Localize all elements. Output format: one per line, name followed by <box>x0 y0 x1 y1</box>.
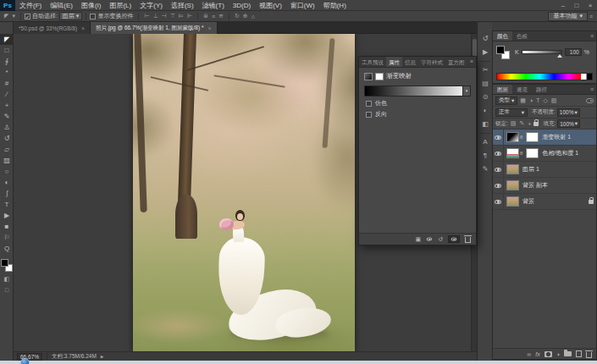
crop-tool[interactable]: # <box>0 78 14 89</box>
filter-shape-layers-icon[interactable]: ◇ <box>542 97 548 104</box>
gradient-editor-bar[interactable]: ▾ <box>364 85 471 97</box>
styles-panel-icon[interactable]: ◧ <box>478 118 493 131</box>
gradient-tool[interactable]: ▨ <box>0 155 14 166</box>
menu-window[interactable]: 窗口(W) <box>286 0 319 11</box>
close-tab-icon[interactable]: × <box>81 25 85 31</box>
blend-mode-dropdown[interactable]: 正常 ▾ <box>495 108 528 117</box>
path-selection-tool[interactable]: ▶ <box>0 210 14 221</box>
align-center-h-icon[interactable]: ⊥ <box>151 13 159 19</box>
link-layers-button[interactable]: ∞ <box>527 350 531 359</box>
layer-visibility-toggle[interactable] <box>493 146 504 161</box>
tool-preset-arrow-icon[interactable]: ▾ <box>10 13 17 19</box>
layer-visibility-toggle[interactable] <box>493 162 504 177</box>
mask-target-icon[interactable] <box>375 73 384 80</box>
healing-brush-tool[interactable]: + <box>0 100 14 111</box>
toggle-visibility-button[interactable] <box>448 235 460 243</box>
clip-to-layer-icon[interactable]: ▣ <box>416 236 422 243</box>
reset-adjustment-icon[interactable]: ↺ <box>438 236 443 243</box>
layer-name[interactable]: 图层 1 <box>522 165 539 174</box>
filter-kind-dropdown[interactable]: 类型 ▾ <box>495 97 517 105</box>
adjustment-thumbnail[interactable] <box>506 148 519 158</box>
tab-swatches[interactable]: 色板 <box>512 31 532 41</box>
rotate-3d-icon[interactable]: ↻ <box>233 13 241 19</box>
menu-view[interactable]: 视图(V) <box>255 0 286 11</box>
align-bottom-icon[interactable]: ⊩ <box>185 13 194 19</box>
new-layer-button[interactable] <box>576 350 582 357</box>
distribute-right-icon[interactable]: ≋ <box>217 13 225 19</box>
dither-option[interactable]: 仿色 <box>359 97 476 108</box>
lock-position-icon[interactable]: + <box>527 121 532 127</box>
layer-thumbnail[interactable] <box>506 180 519 190</box>
type-tool[interactable]: T <box>0 199 14 210</box>
quick-mask-button[interactable]: ◧ <box>0 273 14 284</box>
reverse-option[interactable]: 反向 <box>359 108 476 119</box>
view-previous-state-icon[interactable] <box>427 238 432 241</box>
restore-button[interactable]: □ <box>570 0 583 11</box>
tab-layers[interactable]: 图层 <box>493 85 512 94</box>
dodge-tool[interactable]: ◐ <box>0 177 14 188</box>
blur-tool[interactable]: ○ <box>0 166 14 177</box>
actions-panel-icon[interactable]: ▶ <box>478 46 493 59</box>
filter-type-layers-icon[interactable]: T <box>535 97 540 103</box>
align-middle-icon[interactable]: ⊨ <box>177 13 185 19</box>
layer-name[interactable]: 背景 <box>522 197 534 206</box>
auto-select-dropdown[interactable]: 图层 ▾ <box>59 12 83 20</box>
tab-character-styles[interactable]: 字符样式 <box>418 57 445 67</box>
menu-type[interactable]: 文字(Y) <box>135 0 167 11</box>
layer-row-hue-saturation[interactable]: 8 色相/饱和度 1 <box>493 146 596 162</box>
collapse-panel-icon[interactable]: « <box>467 57 476 67</box>
k-slider[interactable] <box>522 50 562 54</box>
quick-selection-tool[interactable]: * <box>0 67 14 78</box>
slider-knob-icon[interactable] <box>557 54 562 58</box>
lock-all-icon[interactable] <box>533 122 539 126</box>
align-right-icon[interactable]: ⊣ <box>160 13 169 19</box>
close-button[interactable]: × <box>583 0 597 11</box>
move-tool[interactable]: ◤ <box>0 34 14 45</box>
lock-transparency-icon[interactable]: ▨ <box>510 120 517 127</box>
shape-tool[interactable]: ■ <box>0 221 14 232</box>
filter-smart-objects-icon[interactable]: ▧ <box>550 97 558 104</box>
foreground-color-swatch[interactable] <box>1 259 8 267</box>
fill-field[interactable]: 100% ▾ <box>557 119 580 128</box>
character-panel-icon[interactable]: A <box>478 135 493 149</box>
panel-menu-icon[interactable]: ≡ <box>588 85 596 94</box>
layer-row-background-copy[interactable]: 背景 副本 <box>493 178 596 194</box>
layer-row-layer1[interactable]: 图层 1 <box>493 162 596 178</box>
new-group-button[interactable] <box>564 351 572 356</box>
layer-thumbnail[interactable] <box>506 164 519 174</box>
pan-3d-icon[interactable]: ⌂ <box>250 14 257 19</box>
k-value-field[interactable]: 100 <box>565 48 582 56</box>
close-tab-icon[interactable]: × <box>207 25 211 31</box>
adjustment-thumbnail[interactable] <box>506 132 519 142</box>
menu-file[interactable]: 文件(F) <box>15 0 46 11</box>
swatches-panel-icon[interactable]: ▤ <box>478 77 493 91</box>
delete-layer-button[interactable] <box>586 352 592 358</box>
layer-name[interactable]: 背景 副本 <box>522 181 548 190</box>
pen-tool[interactable]: ∫ <box>0 188 14 199</box>
lock-pixels-icon[interactable]: ✎ <box>518 120 525 127</box>
panel-menu-icon[interactable]: ≡ <box>588 31 596 41</box>
filter-adjustment-layers-icon[interactable]: ◑ <box>528 97 533 103</box>
menu-3d[interactable]: 3D(D) <box>229 0 255 11</box>
tab-tool-presets[interactable]: 工具预设 <box>359 57 386 67</box>
align-left-icon[interactable]: ⊢ <box>142 13 151 19</box>
tab-paths[interactable]: 路径 <box>532 85 551 94</box>
add-layer-mask-button[interactable] <box>544 351 552 357</box>
filter-toggle-switch[interactable] <box>586 98 594 103</box>
lasso-tool[interactable]: ∮ <box>0 56 14 67</box>
brush-tool[interactable]: ✎ <box>0 111 14 122</box>
show-transform-checkbox[interactable] <box>90 14 96 19</box>
eraser-tool[interactable]: ▱ <box>0 144 14 155</box>
document-tab-inactive[interactable]: *50.psd @ 33%(RGB/8) × <box>14 22 91 34</box>
menu-filter[interactable]: 滤镜(T) <box>198 0 229 11</box>
align-top-icon[interactable]: ⊤ <box>169 13 177 19</box>
layer-style-button[interactable]: fx <box>535 350 539 359</box>
opacity-field[interactable]: 100% ▾ <box>557 108 580 117</box>
new-adjustment-layer-button[interactable]: ◑ <box>556 350 560 359</box>
clone-source-panel-icon[interactable]: ✂ <box>478 63 493 77</box>
paragraph-panel-icon[interactable]: ¶ <box>478 149 493 163</box>
workspace-switcher-button[interactable]: 基本功能 ▾ <box>548 12 588 21</box>
layer-name[interactable]: 色相/饱和度 1 <box>542 149 578 157</box>
dither-checkbox[interactable] <box>366 101 372 107</box>
tab-properties[interactable]: 属性 <box>386 57 402 67</box>
